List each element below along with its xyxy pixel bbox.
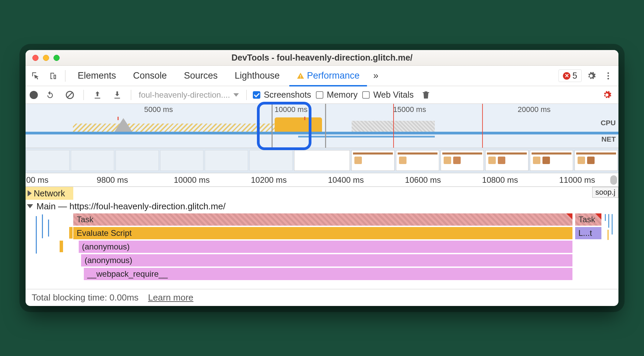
performance-toolbar: foul-heavenly-direction.... Screenshots … bbox=[26, 86, 618, 104]
record-button[interactable] bbox=[30, 91, 38, 99]
flame-anonymous-2[interactable]: (anonymous) bbox=[81, 254, 572, 266]
upload-icon[interactable] bbox=[90, 87, 105, 102]
recording-dropdown[interactable]: foul-heavenly-direction.... bbox=[137, 90, 240, 100]
error-count-badge[interactable]: ✕ 5 bbox=[558, 69, 582, 82]
trash-icon[interactable] bbox=[418, 87, 433, 102]
scrollbar[interactable] bbox=[610, 175, 617, 185]
download-icon[interactable] bbox=[110, 87, 125, 102]
svg-point-0 bbox=[608, 72, 609, 74]
total-blocking-time: Total blocking time: 0.00ms bbox=[32, 292, 139, 303]
time-ruler[interactable]: 00 ms 9800 ms 10000 ms 10200 ms 10400 ms… bbox=[26, 173, 618, 187]
settings-gear-icon[interactable] bbox=[584, 68, 599, 83]
main-track-header[interactable]: Main — https://foul-heavenly-direction.g… bbox=[26, 201, 226, 212]
timeline-overview[interactable]: 5000 ms 10000 ms 15000 ms 20000 ms CPU N… bbox=[26, 104, 618, 148]
inspect-element-icon[interactable] bbox=[28, 68, 43, 83]
webvitals-checkbox[interactable]: Web Vitals bbox=[362, 90, 414, 100]
error-icon: ✕ bbox=[563, 72, 570, 80]
flame-task-2[interactable]: Task bbox=[575, 213, 602, 226]
network-resource-chip[interactable]: soop.j bbox=[592, 187, 618, 198]
flame-task[interactable]: Task bbox=[73, 213, 572, 226]
titlebar: DevTools - foul-heavenly-direction.glitc… bbox=[26, 50, 618, 66]
window-title: DevTools - foul-heavenly-direction.glitc… bbox=[26, 53, 618, 63]
more-tabs-button[interactable]: » bbox=[369, 66, 382, 86]
warning-icon bbox=[297, 72, 304, 80]
flame-evaluate-script[interactable]: Evaluate Script bbox=[73, 227, 572, 239]
kebab-menu-icon[interactable] bbox=[601, 68, 616, 83]
screenshots-checkbox[interactable]: Screenshots bbox=[253, 90, 311, 100]
network-track-header[interactable]: Network bbox=[26, 187, 73, 200]
svg-line-4 bbox=[67, 93, 72, 97]
device-toolbar-icon[interactable] bbox=[45, 68, 60, 83]
learn-more-link[interactable]: Learn more bbox=[148, 292, 194, 303]
chevron-down-icon bbox=[233, 93, 239, 97]
clear-icon[interactable] bbox=[62, 87, 77, 102]
capture-settings-gear-icon[interactable] bbox=[599, 87, 614, 102]
tab-performance[interactable]: Performance bbox=[289, 66, 367, 86]
tab-elements[interactable]: Elements bbox=[70, 66, 124, 86]
annotation-highlight bbox=[257, 102, 311, 150]
flame-anonymous-1[interactable]: (anonymous) bbox=[79, 241, 572, 253]
tab-console[interactable]: Console bbox=[126, 66, 174, 86]
tab-lighthouse[interactable]: Lighthouse bbox=[227, 66, 287, 86]
chevron-down-icon bbox=[27, 204, 33, 208]
flame-chart[interactable]: Network soop.j Main — https://foul-heave… bbox=[26, 187, 618, 289]
svg-point-1 bbox=[608, 75, 609, 77]
svg-point-2 bbox=[608, 78, 609, 79]
flame-layout[interactable]: L...t bbox=[575, 227, 602, 239]
status-bar: Total blocking time: 0.00ms Learn more bbox=[26, 289, 618, 306]
devtools-window: DevTools - foul-heavenly-direction.glitc… bbox=[26, 50, 618, 306]
panel-tabs: Elements Console Sources Lighthouse Perf… bbox=[26, 66, 618, 86]
screenshot-strip[interactable] bbox=[26, 148, 618, 173]
chevron-right-icon bbox=[28, 190, 32, 196]
memory-checkbox[interactable]: Memory bbox=[316, 90, 357, 100]
reload-icon[interactable] bbox=[43, 87, 58, 102]
flame-webpack-require[interactable]: __webpack_require__ bbox=[84, 268, 572, 280]
tab-sources[interactable]: Sources bbox=[177, 66, 225, 86]
